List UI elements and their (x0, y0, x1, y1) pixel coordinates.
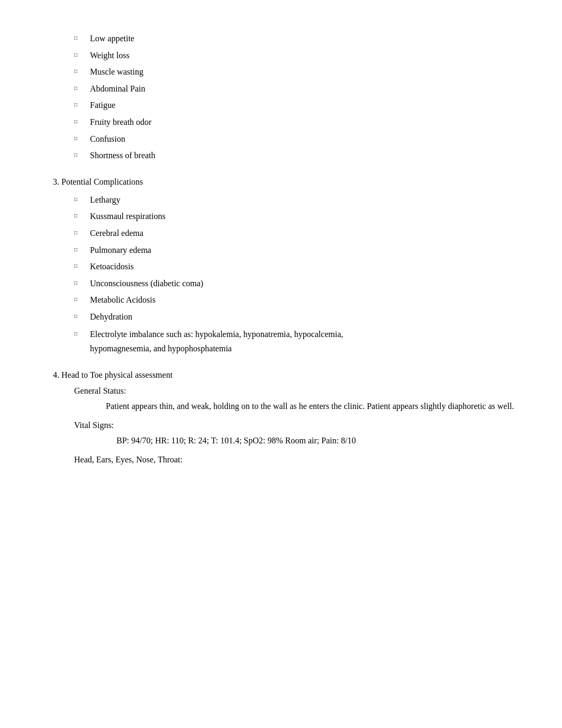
section3-container: 3. Potential Complications □Lethargy□Kus… (53, 177, 520, 356)
general-status-subsection: General Status: Patient appears thin, an… (74, 386, 520, 413)
list-item-text: Low appetite (90, 32, 134, 46)
list-item: □Unconsciousness (diabetic coma) (74, 277, 520, 290)
list-item: □Fatigue (74, 98, 520, 112)
bullet-icon: □ (74, 329, 85, 338)
list-item-text: Confusion (90, 132, 125, 146)
bullet-icon: □ (74, 212, 85, 220)
symptoms-list: □Low appetite□Weight loss□Muscle wasting… (74, 32, 520, 162)
list-item: □Muscle wasting (74, 65, 520, 79)
list-item: □ Electrolyte imbalance such as: hypokal… (74, 327, 520, 356)
list-item: □Confusion (74, 132, 520, 146)
vital-signs-label: Vital Signs: (74, 421, 520, 430)
list-item-text: Pulmonary edema (90, 243, 151, 257)
list-item: □Ketoacidosis (74, 260, 520, 274)
list-item-text: Abdominal Pain (90, 82, 145, 96)
vital-signs-subsection: Vital Signs: BP: 94/70; HR: 110; R: 24; … (74, 421, 520, 448)
vital-signs-text: BP: 94/70; HR: 110; R: 24; T: 101.4; SpO… (116, 433, 520, 448)
bullet-icon: □ (74, 101, 85, 109)
complications-list: □Lethargy□Kussmaul respirations□Cerebral… (74, 193, 520, 356)
section4-heading: 4. Head to Toe physical assessment (53, 370, 520, 380)
bullet-icon: □ (74, 245, 85, 254)
bullet-icon: □ (74, 262, 85, 270)
list-item-text: Ketoacidosis (90, 260, 134, 274)
bullet-icon: □ (74, 134, 85, 143)
electrolyte-continuation: hypomagnesemia, and hypophosphatemia (90, 341, 520, 356)
list-item-text: Fruity breath odor (90, 115, 151, 129)
general-status-text: Patient appears thin, and weak, holding … (106, 399, 520, 413)
list-item: □Abdominal Pain (74, 82, 520, 96)
bullet-icon: □ (74, 117, 85, 126)
list-item: □Cerebral edema (74, 226, 520, 240)
list-item: □Low appetite (74, 32, 520, 46)
list-item-text: Shortness of breath (90, 149, 156, 162)
list-item: □Lethargy (74, 193, 520, 207)
bullet-icon: □ (74, 295, 85, 304)
bullet-icon: □ (74, 67, 85, 76)
section4-container: 4. Head to Toe physical assessment Gener… (53, 370, 520, 465)
list-item-text: Weight loss (90, 49, 130, 62)
list-item-text: Lethargy (90, 193, 120, 207)
list-item-text: Fatigue (90, 98, 115, 112)
list-item-text: Cerebral edema (90, 226, 143, 240)
list-item: □Weight loss (74, 49, 520, 62)
bullet-icon: □ (74, 84, 85, 93)
electrolyte-text-line1: Electrolyte imbalance such as: hypokalem… (90, 327, 343, 341)
list-item: □Shortness of breath (74, 149, 520, 162)
section3-heading: 3. Potential Complications (53, 177, 520, 187)
list-item: □Metabolic Acidosis (74, 293, 520, 307)
electrolyte-item: □ Electrolyte imbalance such as: hypokal… (74, 327, 520, 341)
heent-label: Head, Ears, Eyes, Nose, Throat: (74, 455, 520, 465)
list-item-text: Metabolic Acidosis (90, 293, 156, 307)
symptoms-section: □Low appetite□Weight loss□Muscle wasting… (53, 32, 520, 162)
bullet-icon: □ (74, 279, 85, 287)
bullet-icon: □ (74, 229, 85, 237)
list-item: □Kussmaul respirations (74, 210, 520, 223)
heent-subsection: Head, Ears, Eyes, Nose, Throat: (74, 455, 520, 465)
list-item-text: Dehydration (90, 310, 132, 324)
bullet-icon: □ (74, 151, 85, 159)
list-item-text: Muscle wasting (90, 65, 143, 79)
list-item: □Pulmonary edema (74, 243, 520, 257)
bullet-icon: □ (74, 51, 85, 59)
general-status-label: General Status: (74, 386, 520, 396)
bullet-icon: □ (74, 312, 85, 321)
list-item: □Fruity breath odor (74, 115, 520, 129)
list-item-text: Kussmaul respirations (90, 210, 166, 223)
bullet-icon: □ (74, 195, 85, 204)
list-item-text: Unconsciousness (diabetic coma) (90, 277, 203, 290)
bullet-icon: □ (74, 34, 85, 42)
list-item: □Dehydration (74, 310, 520, 324)
